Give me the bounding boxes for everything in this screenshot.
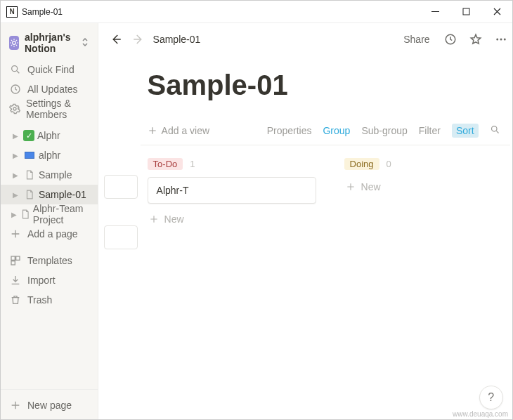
templates-icon	[9, 255, 22, 266]
window-minimize-button[interactable]	[420, 1, 450, 23]
caret-right-icon: ▶	[11, 152, 20, 159]
svg-point-2	[12, 66, 18, 72]
subgroup-button[interactable]: Sub-group	[361, 125, 407, 136]
blue-box-icon	[23, 152, 36, 159]
svg-point-1	[13, 41, 16, 45]
svg-rect-5	[11, 256, 15, 260]
sidebar: alphrjan's Notion Quick Find All Updates…	[1, 23, 98, 420]
close-icon	[493, 8, 501, 15]
card-title: Alphr-T	[157, 185, 189, 196]
document-icon	[23, 170, 36, 180]
sidebar-page-label: Alphr	[37, 130, 60, 141]
app-icon: N	[6, 6, 18, 18]
workspace-switcher[interactable]: alphrjan's Notion	[1, 23, 98, 60]
green-check-icon: ✓	[23, 130, 34, 141]
window-titlebar: N Sample-01	[1, 1, 512, 23]
nav-back-button[interactable]	[108, 32, 124, 47]
add-view-label: Add a view	[162, 125, 209, 136]
group-button[interactable]: Group	[323, 125, 350, 136]
board-card[interactable]: Alphr-T	[148, 177, 316, 204]
trash-label: Trash	[27, 294, 52, 306]
sidebar-page-alphr-lower[interactable]: ▶ alphr	[1, 145, 98, 165]
filter-button[interactable]: Filter	[419, 125, 441, 136]
svg-point-12	[491, 126, 497, 132]
plus-icon	[148, 126, 157, 136]
settings-label: Settings & Members	[26, 98, 89, 120]
view-search-button[interactable]	[490, 124, 500, 137]
sidebar-page-sample[interactable]: ▶ Sample	[1, 165, 98, 185]
sidebar-page-label: alphr	[39, 150, 60, 161]
sidebar-page-alphr[interactable]: ▶ ✓ Alphr	[1, 126, 98, 145]
new-card-label: New	[361, 181, 381, 192]
clock-icon	[444, 33, 457, 46]
caret-right-icon: ▶	[11, 171, 20, 179]
column-count: 0	[387, 159, 391, 169]
nav-forward-button[interactable]	[131, 32, 146, 47]
new-card-button[interactable]: New	[148, 209, 316, 229]
window-close-button[interactable]	[481, 1, 512, 23]
gear-icon	[9, 103, 20, 114]
templates-label: Templates	[27, 255, 72, 266]
add-page-inline-label: Add a page	[27, 228, 78, 239]
document-icon	[23, 190, 36, 199]
caret-right-icon: ▶	[11, 191, 20, 199]
all-updates-button[interactable]: All Updates	[1, 79, 98, 99]
help-button[interactable]: ?	[479, 386, 503, 409]
star-icon	[469, 33, 482, 46]
column-tag[interactable]: To-Do	[148, 158, 183, 170]
sidebar-page-label: Alphr-Team Project	[33, 203, 92, 225]
new-page-label: New page	[27, 400, 72, 411]
view-controls: Add a view Properties Group Sub-group Fi…	[141, 119, 510, 145]
more-button[interactable]	[492, 30, 510, 48]
quick-find-label: Quick Find	[27, 64, 74, 75]
search-icon	[490, 124, 500, 135]
maximize-icon	[462, 8, 470, 15]
properties-button[interactable]: Properties	[267, 125, 312, 136]
sidebar-page-team-project[interactable]: ▶ Alphr-Team Project	[1, 204, 98, 224]
breadcrumb[interactable]: Sample-01	[153, 34, 201, 45]
clock-icon	[9, 84, 22, 95]
window-maximize-button[interactable]	[450, 1, 481, 23]
plus-icon	[346, 182, 356, 192]
add-view-button[interactable]: Add a view	[148, 125, 209, 136]
trash-button[interactable]: Trash	[1, 290, 98, 310]
watermark: www.deuaqa.com	[453, 410, 508, 418]
add-page-inline-button[interactable]: Add a page	[1, 224, 98, 244]
caret-right-icon: ▶	[11, 132, 20, 140]
trash-icon	[9, 294, 22, 306]
board-view: To-Do 1 Alphr-T New Doing 0	[141, 145, 513, 242]
share-button[interactable]: Share	[399, 30, 434, 48]
new-card-label: New	[164, 214, 184, 225]
minimize-icon	[431, 8, 439, 15]
ellipsis-icon	[495, 33, 507, 46]
all-updates-label: All Updates	[27, 84, 78, 95]
content-area: Sample-01 Share Sample-01 Add a view Pro…	[98, 23, 513, 420]
svg-rect-7	[11, 261, 15, 265]
templates-button[interactable]: Templates	[1, 251, 98, 270]
sidebar-page-sample-01[interactable]: ▶ Sample-01	[1, 185, 98, 204]
search-icon	[9, 64, 22, 75]
sidebar-page-label: Sample-01	[39, 189, 86, 200]
import-button[interactable]: Import	[1, 270, 98, 290]
window-title: Sample-01	[22, 7, 63, 17]
svg-point-9	[496, 39, 498, 41]
new-page-button[interactable]: New page	[1, 390, 98, 420]
svg-point-10	[500, 39, 502, 41]
board-column-todo: To-Do 1 Alphr-T New	[148, 158, 316, 229]
plus-icon	[9, 228, 22, 239]
caret-right-icon: ▶	[11, 211, 18, 218]
plus-icon	[149, 214, 159, 224]
workspace-name: alphrjan's Notion	[25, 32, 75, 54]
favorite-button[interactable]	[467, 30, 485, 48]
sort-button[interactable]: Sort	[452, 124, 479, 138]
new-card-button[interactable]: New	[344, 177, 513, 197]
column-tag[interactable]: Doing	[344, 158, 379, 170]
quick-find-button[interactable]: Quick Find	[1, 60, 98, 79]
topbar: Sample-01 Share	[98, 23, 513, 55]
updates-button[interactable]	[441, 30, 460, 48]
download-icon	[9, 275, 22, 286]
page-title[interactable]: Sample-01	[141, 70, 513, 101]
document-icon	[20, 209, 30, 219]
column-count: 1	[190, 159, 195, 169]
settings-members-button[interactable]: Settings & Members	[1, 99, 98, 119]
